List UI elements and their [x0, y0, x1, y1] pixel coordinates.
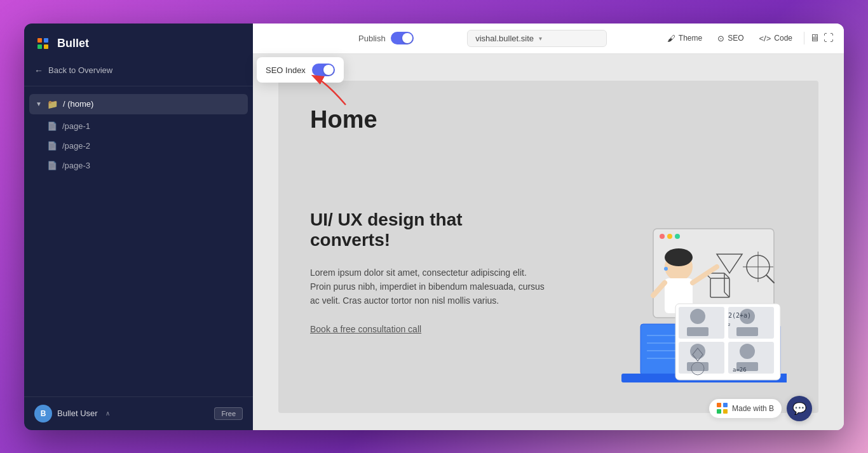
- toolbar: SEO Index: [253, 24, 844, 54]
- made-with-text: Made with B: [732, 404, 774, 413]
- back-arrow-icon: ←: [34, 65, 43, 76]
- svg-point-44: [740, 344, 755, 359]
- theme-icon: 🖌: [667, 34, 675, 43]
- sidebar-footer: B Bullet User ∧ Free: [24, 396, 253, 430]
- hero-illustration: 2(2+a) ²: [571, 210, 787, 388]
- toolbar-left: SEO Index: [263, 32, 414, 44]
- made-with-logo: [717, 403, 728, 414]
- sidebar-top: Bullet ← Back to Overview: [24, 24, 253, 86]
- svg-point-31: [690, 309, 705, 324]
- toolbar-right: 🖌 Theme ⊙ SEO </> Code 🖥 ⛶: [661, 30, 834, 46]
- expand-icon[interactable]: ⛶: [824, 32, 834, 44]
- page-preview: Home UI/ UX design that converts! Lorem …: [278, 81, 818, 413]
- toggle-knob: [323, 65, 334, 75]
- folder-icon: 📁: [47, 99, 58, 109]
- seo-button[interactable]: ⊙ SEO: [711, 30, 750, 46]
- code-button[interactable]: </> Code: [753, 30, 799, 46]
- back-label: Back to Overview: [48, 65, 112, 75]
- page-icon: 📄: [47, 121, 57, 131]
- main-area: SEO Index: [253, 24, 844, 430]
- user-info[interactable]: B Bullet User ∧: [34, 405, 110, 423]
- user-name: Bullet User: [57, 409, 98, 418]
- publish-group: Publish: [358, 32, 414, 44]
- logo: Bullet: [34, 35, 243, 53]
- svg-text:2(2+a): 2(2+a): [728, 312, 751, 319]
- svg-point-2: [660, 234, 665, 239]
- sidebar-item-page2[interactable]: 📄 /page-2: [29, 137, 248, 155]
- preview-icons: 🖥 ⛶: [810, 32, 834, 44]
- folder-label: / (home): [63, 99, 93, 109]
- chat-icon: 💬: [792, 402, 806, 416]
- toolbar-divider: [804, 32, 804, 44]
- desktop-icon[interactable]: 🖥: [810, 32, 820, 44]
- page-icon: 📄: [47, 141, 57, 151]
- seo-index-toggle[interactable]: [312, 64, 335, 76]
- user-chevron-icon: ∧: [105, 410, 110, 417]
- hero-heading: UI/ UX design that converts!: [310, 210, 545, 250]
- publish-label: Publish: [358, 34, 386, 43]
- svg-point-21: [664, 267, 668, 271]
- theme-button[interactable]: 🖌 Theme: [661, 30, 709, 46]
- publish-toggle-knob: [402, 33, 412, 43]
- publish-toggle[interactable]: [391, 32, 414, 44]
- seo-index-popup: SEO Index: [257, 57, 344, 83]
- hero-text: UI/ UX design that converts! Lorem ipsum…: [310, 210, 545, 335]
- page2-label: /page-2: [62, 141, 90, 151]
- chat-button[interactable]: 💬: [787, 396, 812, 421]
- svg-rect-32: [687, 327, 709, 336]
- hero-body: Lorem ipsum dolor sit amet, consectetur …: [310, 266, 545, 308]
- back-to-overview-button[interactable]: ← Back to Overview: [34, 63, 243, 78]
- svg-text:a=26: a=26: [733, 367, 747, 373]
- seo-icon: ⊙: [717, 34, 724, 43]
- sidebar-item-page1[interactable]: 📄 /page-1: [29, 117, 248, 135]
- hero-cta-link[interactable]: Book a free consultation call: [310, 324, 421, 334]
- sidebar-nav: ▼ 📁 / (home) 📄 /page-1 📄 /page-2 📄 /page…: [24, 86, 253, 396]
- page-content: Vishal Home UI/ UX design that converts!…: [253, 54, 844, 430]
- page3-label: /page-3: [62, 161, 90, 170]
- svg-point-39: [690, 344, 705, 359]
- sidebar: Bullet ← Back to Overview ▼ 📁 / (home) 📄…: [24, 24, 253, 430]
- sidebar-item-home[interactable]: ▼ 📁 / (home): [29, 94, 248, 114]
- svg-point-3: [667, 234, 672, 239]
- avatar: B: [34, 405, 52, 423]
- svg-rect-35: [736, 327, 758, 336]
- sidebar-item-page3[interactable]: 📄 /page-3: [29, 156, 248, 175]
- url-text: vishal.bullet.site: [475, 34, 534, 43]
- svg-point-17: [665, 248, 693, 266]
- code-icon: </>: [759, 34, 771, 43]
- bottom-bar: Made with B 💬: [709, 396, 812, 421]
- url-bar[interactable]: vishal.bullet.site ▾: [467, 30, 607, 47]
- url-chevron-icon: ▾: [539, 35, 542, 42]
- logo-text: Bullet: [57, 37, 89, 50]
- hero-section: UI/ UX design that converts! Lorem ipsum…: [310, 210, 787, 388]
- chevron-down-icon: ▼: [36, 100, 42, 107]
- plan-badge: Free: [214, 407, 243, 420]
- page-title: Home: [310, 106, 787, 133]
- seo-index-label: SEO Index: [266, 65, 306, 75]
- svg-rect-40: [687, 362, 709, 371]
- made-with-badge: Made with B: [709, 399, 782, 418]
- page-icon: 📄: [47, 161, 57, 170]
- toolbar-center: vishal.bullet.site ▾: [414, 30, 661, 47]
- svg-point-4: [675, 234, 680, 239]
- svg-text:²: ²: [728, 322, 730, 328]
- page1-label: /page-1: [62, 121, 90, 131]
- bullet-logo-icon: [34, 35, 52, 53]
